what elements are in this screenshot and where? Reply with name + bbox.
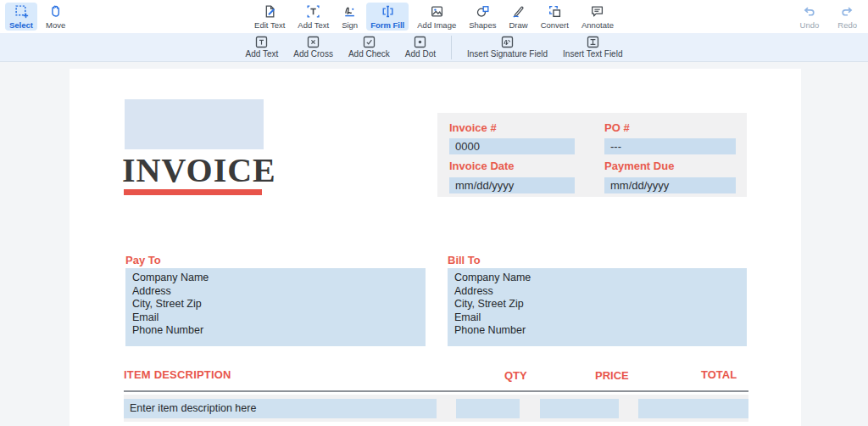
logo-placeholder[interactable] — [125, 99, 264, 149]
main-toolbar: Select Move Edit Text Add Text Sign — [0, 0, 868, 33]
invoice-date-field[interactable]: mm/dd/yyyy — [449, 177, 575, 193]
edit-text-icon — [263, 4, 277, 19]
move-label: Move — [46, 20, 65, 30]
item-table-row: Enter item description here — [124, 395, 748, 422]
sign-button[interactable]: Sign — [337, 3, 362, 31]
invoice-title: INVOICE — [122, 154, 276, 188]
bill-to-field[interactable]: Company Name Address City, Street Zip Em… — [448, 268, 747, 346]
insert-text-field-button[interactable]: Insert Text Field — [563, 36, 622, 59]
sign-icon — [342, 4, 357, 19]
form-fill-icon — [381, 4, 395, 19]
redo-icon — [840, 4, 854, 19]
document-workspace: INVOICE Invoice # PO # 0000 --- Invoice … — [0, 63, 868, 426]
select-button[interactable]: Select — [5, 3, 37, 31]
add-dot-button[interactable]: Add Dot — [405, 36, 436, 59]
qty-header: QTY — [504, 369, 527, 382]
item-description-field[interactable]: Enter item description here — [124, 399, 437, 418]
bill-to-address: Address — [454, 285, 747, 299]
boxed-t-icon — [255, 36, 268, 48]
pay-to-company: Company Name — [132, 272, 426, 285]
payment-due-field[interactable]: mm/dd/yyyy — [604, 177, 736, 193]
table-header-divider — [124, 390, 748, 392]
pay-to-address: Address — [132, 285, 426, 299]
boxed-check-icon — [363, 36, 376, 48]
select-label: Select — [9, 20, 33, 30]
toolbar-center-group: Edit Text Add Text Sign Form Fill Add Im… — [250, 3, 618, 31]
add-check-button[interactable]: Add Check — [348, 36, 390, 59]
form-fill-button[interactable]: Form Fill — [366, 3, 409, 31]
total-header: TOTAL — [701, 368, 737, 381]
signature-field-icon — [501, 36, 514, 48]
title-underline-bar — [124, 189, 262, 195]
add-text-icon — [306, 4, 320, 19]
add-cross-button[interactable]: Add Cross — [293, 36, 333, 59]
boxed-dot-icon — [414, 36, 426, 48]
draw-icon — [511, 4, 526, 19]
invoice-meta-panel: Invoice # PO # 0000 --- Invoice Date Pay… — [437, 113, 747, 197]
add-image-button[interactable]: Add Image — [413, 3, 460, 31]
item-qty-field[interactable] — [456, 399, 520, 418]
pay-to-email: Email — [132, 311, 426, 325]
item-description-header: ITEM DESCRIPTION — [124, 368, 231, 381]
bill-to-phone: Phone Number — [454, 324, 747, 338]
convert-button[interactable]: Convert — [537, 3, 573, 31]
bill-to-company: Company Name — [454, 272, 747, 285]
redo-button[interactable]: Redo — [833, 3, 861, 31]
toolbar-left-group: Select Move — [5, 3, 70, 31]
invoice-number-label: Invoice # — [449, 121, 497, 134]
invoice-number-field[interactable]: 0000 — [449, 138, 575, 154]
payment-due-label: Payment Due — [604, 160, 674, 172]
edit-text-button[interactable]: Edit Text — [250, 3, 289, 31]
undo-button[interactable]: Undo — [796, 3, 824, 31]
invoice-date-label: Invoice Date — [449, 160, 515, 172]
po-number-label: PO # — [604, 121, 630, 134]
toolbar-right-group: Undo Redo — [796, 3, 861, 31]
add-text-field-button[interactable]: Add Text — [246, 36, 279, 59]
item-total-field[interactable] — [638, 399, 748, 418]
add-text-button[interactable]: Add Text — [293, 3, 333, 31]
pay-to-field[interactable]: Company Name Address City, Street Zip Em… — [125, 268, 426, 346]
move-button[interactable]: Move — [42, 3, 70, 31]
item-price-field[interactable] — [540, 399, 619, 418]
hand-icon — [48, 4, 63, 19]
form-fill-subtoolbar: Add Text Add Cross Add Check Add Dot Ins… — [0, 33, 868, 62]
price-header: PRICE — [595, 369, 629, 382]
add-image-icon — [430, 4, 444, 19]
invoice-page: INVOICE Invoice # PO # 0000 --- Invoice … — [70, 69, 801, 426]
bill-to-city: City, Street Zip — [454, 298, 747, 311]
annotate-button[interactable]: Annotate — [577, 3, 618, 31]
pay-to-phone: Phone Number — [132, 324, 426, 338]
pay-to-label: Pay To — [125, 254, 161, 266]
subtoolbar-divider — [451, 36, 452, 59]
shapes-button[interactable]: Shapes — [465, 3, 500, 31]
select-icon — [14, 4, 29, 19]
boxed-cross-icon — [307, 36, 320, 48]
draw-button[interactable]: Draw — [504, 3, 531, 31]
annotate-icon — [590, 4, 604, 19]
pay-to-city: City, Street Zip — [132, 298, 426, 311]
insert-signature-field-button[interactable]: Insert Signature Field — [467, 36, 548, 59]
po-number-field[interactable]: --- — [604, 138, 736, 154]
convert-icon — [548, 4, 562, 19]
bill-to-label: Bill To — [448, 254, 481, 266]
undo-icon — [802, 4, 816, 19]
bill-to-email: Email — [454, 311, 747, 325]
shapes-icon — [476, 4, 490, 19]
text-field-icon — [587, 36, 599, 48]
